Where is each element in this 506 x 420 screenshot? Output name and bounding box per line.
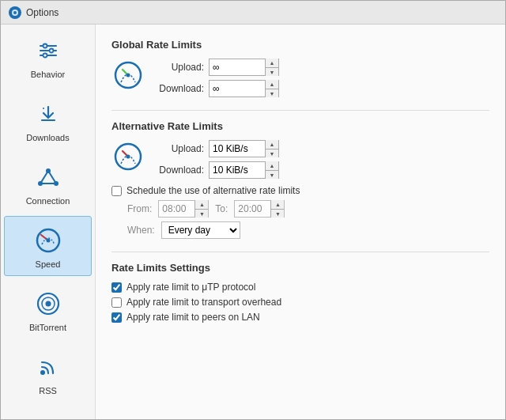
rate-limits-settings-section: Rate Limits Settings Apply rate limit to… [111, 262, 489, 323]
global-rate-limits-section: Global Rate Limits Upload: [111, 39, 489, 97]
svg-point-5 [43, 44, 47, 48]
svg-line-12 [48, 171, 56, 184]
to-input[interactable] [235, 201, 270, 217]
from-input[interactable] [159, 201, 194, 217]
global-upload-input-group[interactable]: ▲ ▼ [209, 59, 279, 76]
sidebar-item-behavior[interactable]: Behavior [4, 26, 92, 86]
from-input-group[interactable]: ▲ ▼ [158, 200, 209, 218]
options-window: Options Behavior [0, 0, 506, 420]
sidebar-label-rss: RSS [39, 386, 57, 395]
schedule-checkbox-row: Schedule the use of alternative rate lim… [111, 185, 489, 196]
sidebar-item-connection[interactable]: Connection [4, 153, 92, 213]
global-rate-rows: Upload: ▲ ▼ Download: [153, 59, 279, 97]
sidebar-label-behavior: Behavior [31, 70, 65, 79]
alt-rate-title: Alternative Rate Limits [111, 120, 489, 132]
when-label: When: [127, 225, 155, 236]
global-download-label: Download: [153, 83, 204, 94]
alt-rate-rows: Upload: ▲ ▼ Download: [153, 140, 279, 179]
global-download-up[interactable]: ▲ [266, 80, 278, 89]
to-input-group[interactable]: ▲ ▼ [234, 200, 285, 218]
to-label: To: [215, 203, 228, 214]
titlebar: Options [1, 1, 505, 25]
transport-checkbox[interactable] [111, 297, 122, 308]
global-upload-down[interactable]: ▼ [266, 67, 278, 76]
global-download-down[interactable]: ▼ [266, 89, 278, 97]
sidebar-item-downloads[interactable]: Downloads [4, 89, 92, 149]
svg-line-11 [40, 171, 48, 184]
global-download-row: Download: ▲ ▼ [153, 80, 279, 97]
svg-point-18 [45, 301, 51, 307]
from-spinner: ▲ ▼ [194, 200, 208, 218]
alt-download-spinner: ▲ ▼ [265, 161, 278, 179]
sidebar-item-rss[interactable]: RSS [4, 342, 92, 403]
app-icon [9, 6, 21, 19]
global-upload-row: Upload: ▲ ▼ [153, 59, 279, 76]
svg-point-1 [13, 11, 17, 14]
alt-speed-icon [113, 142, 143, 172]
alt-upload-label: Upload: [153, 143, 204, 154]
sidebar: Behavior Downloads [1, 25, 96, 419]
lan-checkbox[interactable] [111, 312, 122, 323]
when-select[interactable]: Every day Weekdays Weekends [161, 221, 240, 239]
transport-label: Apply rate limit to transport overhead [126, 297, 281, 308]
webui-icon [32, 414, 64, 419]
sidebar-item-speed[interactable]: Speed [4, 216, 92, 276]
alt-download-down[interactable]: ▼ [266, 170, 278, 179]
svg-point-7 [43, 54, 47, 58]
lan-label: Apply rate limit to peers on LAN [126, 312, 260, 323]
divider-2 [111, 252, 489, 252]
to-up[interactable]: ▲ [271, 200, 284, 209]
content-area: Behavior Downloads [1, 25, 505, 419]
from-down[interactable]: ▼ [195, 209, 208, 218]
schedule-checkbox-label: Schedule the use of alternative rate lim… [126, 185, 300, 196]
global-upload-input[interactable] [210, 59, 265, 75]
rss-icon [32, 351, 64, 383]
connection-icon [32, 161, 64, 193]
utp-label: Apply rate limit to μTP protocol [126, 282, 255, 293]
main-content: Global Rate Limits Upload: [96, 25, 505, 419]
alt-upload-down[interactable]: ▼ [266, 149, 278, 157]
alt-upload-input[interactable] [210, 141, 265, 157]
global-upload-up[interactable]: ▲ [266, 59, 278, 67]
sliders-icon [32, 35, 64, 66]
svg-point-19 [40, 370, 45, 375]
lan-checkbox-row: Apply rate limit to peers on LAN [111, 312, 489, 323]
alt-download-input-group[interactable]: ▲ ▼ [209, 161, 279, 179]
from-to-row: From: ▲ ▼ To: ▲ ▼ [127, 200, 489, 218]
alt-upload-input-group[interactable]: ▲ ▼ [209, 140, 279, 157]
global-upload-label: Upload: [153, 62, 204, 73]
divider-1 [111, 110, 489, 111]
to-spinner: ▲ ▼ [270, 200, 284, 218]
alt-upload-row: Upload: ▲ ▼ [153, 140, 279, 157]
sidebar-label-speed: Speed [36, 259, 61, 269]
alt-download-input[interactable] [210, 162, 265, 178]
alt-upload-up[interactable]: ▲ [266, 140, 278, 149]
when-row: When: Every day Weekdays Weekends [127, 221, 489, 239]
svg-point-6 [49, 49, 53, 53]
window-title: Options [26, 7, 59, 18]
global-rate-title: Global Rate Limits [111, 39, 489, 51]
schedule-checkbox[interactable] [111, 186, 122, 196]
utp-checkbox[interactable] [111, 282, 122, 293]
downloads-icon [32, 98, 64, 130]
from-up[interactable]: ▲ [195, 200, 208, 209]
sidebar-item-bittorrent[interactable]: BitTorrent [4, 279, 92, 339]
speed-icon [32, 225, 64, 256]
alternative-rate-limits-section: Alternative Rate Limits Upload: [111, 120, 489, 239]
svg-point-27 [126, 155, 130, 159]
svg-point-25 [126, 74, 130, 78]
global-download-input[interactable] [210, 81, 265, 96]
from-label: From: [127, 203, 152, 214]
sidebar-label-connection: Connection [26, 196, 70, 206]
utp-checkbox-row: Apply rate limit to μTP protocol [111, 282, 489, 293]
global-download-input-group[interactable]: ▲ ▼ [209, 80, 279, 97]
transport-checkbox-row: Apply rate limit to transport overhead [111, 297, 489, 308]
global-speed-icon [113, 60, 143, 90]
svg-point-15 [46, 239, 50, 243]
sidebar-label-downloads: Downloads [26, 133, 69, 142]
alt-download-label: Download: [153, 165, 204, 176]
alt-upload-spinner: ▲ ▼ [265, 140, 278, 157]
alt-download-up[interactable]: ▲ [266, 161, 278, 170]
to-down[interactable]: ▼ [271, 209, 284, 218]
sidebar-item-webui[interactable]: Web UI [4, 406, 92, 419]
